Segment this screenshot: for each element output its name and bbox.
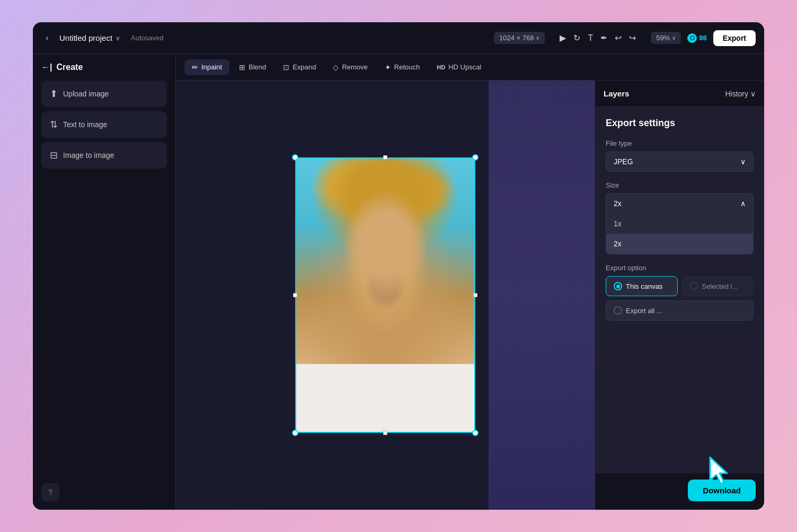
title-area: Untitled project ∨ [59,33,120,42]
size-dropdown: 1x 2x [606,214,754,254]
handle-top-left[interactable] [292,154,298,161]
blend-label: Blend [249,63,266,71]
canvas-viewport[interactable] [176,81,595,510]
file-type-group: File type JPEG ∨ [606,139,754,172]
blend-icon: ⊞ [239,63,245,72]
remove-tool-button[interactable]: ◇ Remove [325,59,375,75]
app-window: ‹ Untitled project ∨ Autosaved 1024 × 76… [33,22,764,510]
inpaint-label: Inpaint [201,63,222,71]
image-to-image-label: Image to image [63,151,114,159]
file-type-chevron-icon: ∨ [740,157,746,166]
export-button[interactable]: Export [713,30,756,46]
sidebar-footer: ? [41,483,167,501]
this-canvas-label: This canvas [626,282,662,290]
rotate-tool-icon[interactable]: ↻ [573,33,580,43]
canvas-image-wrapper[interactable] [295,157,475,433]
upscal-tool-button[interactable]: HD HD Upscal [429,59,489,75]
canvas-column: ✏ Inpaint ⊞ Blend ⊡ Expand ◇ Remove ✦ [176,54,764,510]
export-panel: Export settings File type JPEG ∨ Size [595,107,764,473]
export-all-button[interactable]: Export all ... [606,300,754,321]
credits-icon: ⬡ [687,33,697,43]
sidebar-title: Create [56,63,83,72]
sidebar-item-upload-image[interactable]: ⬆ Upload image [41,81,167,107]
size-group: Size 2x ∧ 1x 2x [606,181,754,254]
export-all-radio-dot [614,306,622,315]
text-to-image-icon: ⇅ [50,119,58,130]
decoration-bg [489,81,595,510]
project-title: Untitled project [59,33,112,42]
retouch-label: Retouch [394,63,420,71]
size-label: Size [606,181,754,189]
selected-radio-dot [690,282,698,290]
selected-option[interactable]: Selected l... [682,276,754,296]
retouch-icon: ✦ [385,63,391,72]
handle-mid-bottom[interactable] [383,431,387,435]
handle-bottom-right[interactable] [472,430,479,436]
inpaint-icon: ✏ [192,63,198,72]
size-select[interactable]: 2x ∧ [606,193,754,214]
sidebar-header: ←| Create [41,63,167,72]
export-option-label: Export option [606,264,754,272]
expand-label: Expand [293,63,316,71]
upscal-icon: HD [437,64,445,70]
export-title: Export settings [606,118,754,129]
upload-image-label: Upload image [63,90,109,98]
handle-mid-right[interactable] [473,293,477,297]
help-button[interactable]: ? [41,483,59,501]
right-panel: Layers History ∨ Export settings File ty… [595,81,764,510]
retouch-tool-button[interactable]: ✦ Retouch [377,59,427,75]
credits-display: ⬡ 98 [687,33,706,43]
panel-header: Layers History ∨ [595,81,764,107]
zoom-chevron-icon: ∨ [672,35,676,41]
inpaint-tool-button[interactable]: ✏ Inpaint [184,59,229,75]
file-type-select[interactable]: JPEG ∨ [606,152,754,172]
header-tool-icons: ▶ ↻ T ✒ ↩ ↪ [560,33,636,43]
dims-chevron-icon: ∨ [536,35,539,41]
handle-mid-top[interactable] [383,155,387,159]
undo-icon[interactable]: ↩ [615,33,622,43]
autosaved-status: Autosaved [131,34,163,42]
top-toolbar: ✏ Inpaint ⊞ Blend ⊡ Expand ◇ Remove ✦ [176,54,764,81]
size-chevron-icon: ∧ [740,199,746,208]
export-all-label: Export all ... [626,307,662,315]
blend-tool-button[interactable]: ⊞ Blend [232,59,273,75]
expand-tool-button[interactable]: ⊡ Expand [276,59,323,75]
history-chevron-icon: ∨ [750,90,756,98]
pen-tool-icon[interactable]: ✒ [600,33,607,43]
handle-mid-left[interactable] [293,293,297,297]
radio-group: This canvas Selected l... [606,276,754,296]
this-canvas-option[interactable]: This canvas [606,276,678,296]
canvas-and-panel: Layers History ∨ Export settings File ty… [176,81,764,510]
sidebar-item-text-to-image[interactable]: ⇅ Text to image [41,111,167,138]
size-option-2x[interactable]: 2x [606,234,753,254]
sidebar: ←| Create ⬆ Upload image ⇅ Text to image… [33,54,176,510]
history-tab[interactable]: History ∨ [725,90,756,98]
size-option-1x[interactable]: 1x [606,214,753,234]
redo-icon[interactable]: ↪ [629,33,636,43]
this-canvas-radio-dot [614,282,622,290]
title-chevron-icon[interactable]: ∨ [116,34,120,42]
face-layer [313,171,457,378]
canvas-image [295,157,475,433]
layers-tab[interactable]: Layers [604,89,629,98]
main-content: ←| Create ⬆ Upload image ⇅ Text to image… [33,54,764,510]
shirt-layer [295,364,475,433]
back-button[interactable]: ‹ [41,30,53,46]
zoom-control[interactable]: 59% ∨ [651,32,681,44]
handle-top-right[interactable] [472,154,479,161]
remove-label: Remove [342,63,367,71]
sidebar-item-image-to-image[interactable]: ⊟ Image to image [41,142,167,169]
canvas-dimensions[interactable]: 1024 × 768 ∨ [494,32,545,44]
export-option-group: Export option This canvas Selected l... [606,264,754,321]
select-tool-icon[interactable]: ▶ [560,33,566,43]
expand-icon: ⊡ [283,63,289,72]
selected-label: Selected l... [702,282,738,290]
header: ‹ Untitled project ∨ Autosaved 1024 × 76… [33,22,764,54]
handle-bottom-left[interactable] [292,430,298,436]
download-button[interactable]: Download [688,480,756,501]
remove-icon: ◇ [333,63,339,72]
text-to-image-label: Text to image [63,120,107,129]
image-to-image-icon: ⊟ [50,149,58,161]
file-type-label: File type [606,139,754,147]
text-tool-icon[interactable]: T [588,33,593,43]
